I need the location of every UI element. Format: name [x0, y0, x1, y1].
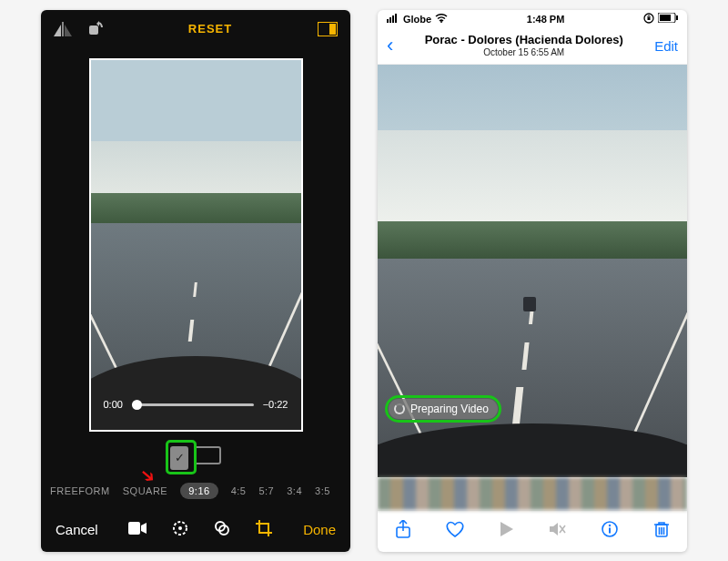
- scrubber-track[interactable]: [132, 403, 254, 406]
- info-icon[interactable]: [602, 521, 618, 542]
- share-icon[interactable]: [396, 520, 410, 543]
- ratio-3-5[interactable]: 3:5: [315, 485, 330, 496]
- time-remaining: −0:22: [263, 399, 288, 410]
- ratio-5-7[interactable]: 5:7: [258, 485, 274, 496]
- reset-button[interactable]: RESET: [188, 22, 232, 36]
- wifi-icon: [435, 14, 448, 25]
- flip-horizontal-icon[interactable]: [54, 22, 72, 36]
- photos-viewer-screen: Globe 1:48 PM ‹ Porac - Dolores (Haciend…: [378, 10, 687, 552]
- svg-rect-12: [395, 14, 397, 23]
- crop-frame[interactable]: 0:00 −0:22: [89, 58, 303, 432]
- preparing-video-pill: Preparing Video: [389, 399, 498, 419]
- filters-tool-icon[interactable]: [214, 520, 230, 539]
- orientation-landscape-button[interactable]: [194, 446, 221, 464]
- battery-icon: [658, 13, 678, 25]
- status-bar: Globe 1:48 PM: [378, 10, 687, 28]
- rotate-icon[interactable]: [86, 21, 103, 37]
- location-title: Porac - Dolores (Hacienda Dolores): [393, 34, 654, 47]
- svg-rect-17: [660, 15, 671, 21]
- mute-icon: [550, 522, 566, 541]
- video-tool-icon[interactable]: [128, 522, 147, 537]
- svg-rect-4: [128, 522, 140, 535]
- svg-rect-3: [329, 24, 336, 35]
- svg-rect-15: [648, 17, 651, 20]
- media-viewport[interactable]: Preparing Video: [378, 65, 687, 477]
- svg-rect-11: [392, 15, 394, 23]
- ratio-freeform[interactable]: FREEFORM: [50, 485, 110, 496]
- datetime-subtitle: October 15 6:55 AM: [393, 47, 654, 58]
- spinner-icon: [394, 403, 405, 414]
- editor-top-bar: RESET: [41, 10, 350, 48]
- video-timeline[interactable]: 0:00 −0:22: [104, 399, 288, 410]
- carrier-label: Globe: [403, 14, 431, 25]
- trash-icon[interactable]: [654, 521, 669, 542]
- editor-bottom-bar: Cancel Done: [41, 508, 350, 552]
- thumbnail-strip[interactable]: [378, 477, 687, 510]
- favorite-icon[interactable]: [446, 521, 464, 542]
- svg-point-13: [440, 21, 442, 23]
- svg-point-23: [609, 524, 611, 525]
- orientation-lock-icon: [643, 13, 654, 26]
- crop-stage[interactable]: 0:00 −0:22: [41, 48, 350, 443]
- viewer-toolbar: [378, 510, 687, 552]
- aspect-ratio-row[interactable]: FREEFORM SQUARE 9:16 4:5 5:7 3:4 3:5: [41, 475, 350, 508]
- svg-rect-1: [89, 26, 98, 35]
- aspect-preset-icon[interactable]: [318, 22, 338, 36]
- svg-point-6: [178, 526, 182, 530]
- ratio-4-5[interactable]: 4:5: [231, 485, 247, 496]
- adjust-tool-icon[interactable]: [172, 520, 188, 539]
- edit-button[interactable]: Edit: [654, 38, 678, 54]
- svg-rect-0: [62, 22, 64, 36]
- video-preview: [91, 60, 301, 430]
- orientation-row: ✓ ➔: [41, 443, 350, 475]
- back-button[interactable]: ‹: [387, 34, 393, 57]
- title-block: Porac - Dolores (Hacienda Dolores) Octob…: [393, 34, 654, 57]
- signal-icon: [387, 14, 399, 25]
- svg-rect-24: [609, 527, 611, 533]
- time-elapsed: 0:00: [104, 399, 123, 410]
- ratio-3-4[interactable]: 3:4: [287, 485, 302, 496]
- tutorial-highlight-box: [166, 440, 197, 474]
- cancel-button[interactable]: Cancel: [56, 522, 98, 537]
- play-icon: [500, 522, 513, 541]
- svg-rect-18: [676, 15, 678, 20]
- clock-label: 1:48 PM: [448, 14, 643, 25]
- svg-rect-9: [387, 19, 389, 23]
- crop-editor-screen: RESET 0:00 −0:22 ✓ ➔ FREEF: [41, 10, 350, 552]
- svg-rect-10: [389, 17, 391, 23]
- done-button[interactable]: Done: [303, 522, 336, 537]
- preparing-label: Preparing Video: [410, 403, 489, 415]
- ratio-9-16[interactable]: 9:16: [180, 483, 217, 499]
- crop-tool-icon[interactable]: [256, 520, 272, 539]
- nav-bar: ‹ Porac - Dolores (Hacienda Dolores) Oct…: [378, 28, 687, 65]
